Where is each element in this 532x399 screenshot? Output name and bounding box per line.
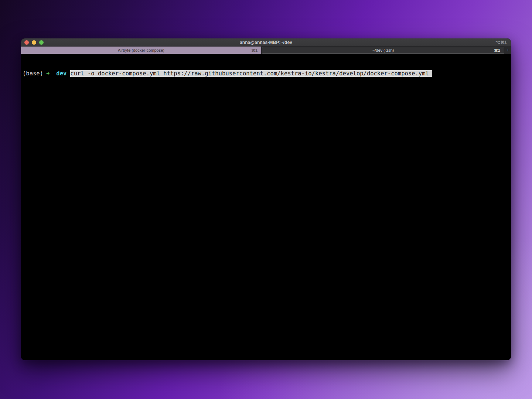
selected-command-text: curl -o docker-compose.yml https://raw.g… [70, 70, 432, 77]
terminal-window: anna@annas-MBP:~/dev ⌥⌘1 Airbyte (docker… [21, 38, 511, 360]
current-directory-label: dev [56, 70, 66, 77]
tab-shortcut-badge: ⌘1 [251, 48, 258, 53]
tab-bar: Airbyte (docker-compose) ⌘1 ~/dev (-zsh)… [21, 47, 511, 54]
conda-env-label: (base) [23, 70, 43, 77]
window-title: anna@annas-MBP:~/dev [21, 40, 511, 45]
window-titlebar[interactable]: anna@annas-MBP:~/dev ⌥⌘1 [21, 38, 511, 47]
tab-label: ~/dev (-zsh) [372, 48, 394, 52]
new-tab-button[interactable]: + [505, 47, 511, 54]
tab-airbyte-docker-compose[interactable]: Airbyte (docker-compose) ⌘1 [21, 47, 261, 54]
window-shortcut-badge: ⌥⌘1 [495, 40, 507, 45]
tab-dev-zsh[interactable]: ~/dev (-zsh) ⌘2 [262, 47, 504, 54]
prompt-arrow-icon: ➜ [46, 70, 50, 77]
traffic-lights [24, 40, 44, 45]
close-button[interactable] [24, 40, 29, 45]
minimize-button[interactable] [32, 40, 36, 45]
terminal-screen[interactable]: (base)➜devcurl -o docker-compose.yml htt… [21, 54, 511, 360]
tab-label: Airbyte (docker-compose) [118, 48, 164, 52]
terminal-prompt-line: (base)➜devcurl -o docker-compose.yml htt… [23, 70, 511, 77]
tab-shortcut-badge: ⌘2 [494, 48, 500, 53]
zoom-button[interactable] [39, 40, 44, 45]
